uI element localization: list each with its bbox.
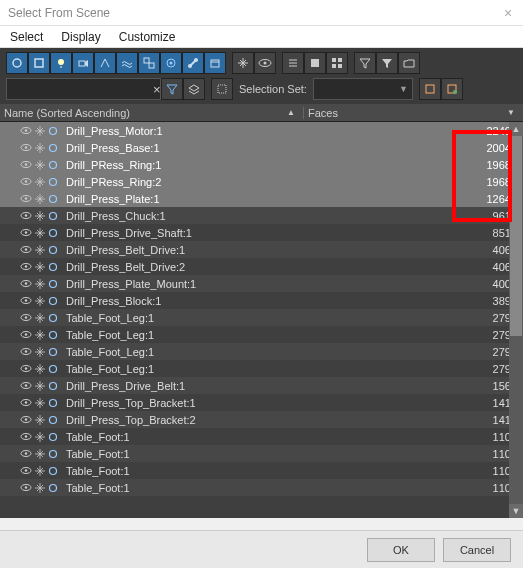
- visibility-icon[interactable]: [20, 381, 32, 390]
- table-row[interactable]: Drill_PRess_Ring:219684: [0, 173, 523, 190]
- table-row[interactable]: Drill_Press_Belt_Drive:14060: [0, 241, 523, 258]
- menu-display[interactable]: Display: [61, 30, 100, 44]
- freeze-icon[interactable]: [35, 330, 45, 340]
- tool-helpers-icon[interactable]: [94, 52, 116, 74]
- scroll-down-icon[interactable]: ▼: [509, 504, 523, 518]
- visibility-icon[interactable]: [20, 177, 32, 186]
- scrollbar-thumb[interactable]: [510, 136, 522, 336]
- freeze-icon[interactable]: [35, 262, 45, 272]
- tool-groups-icon[interactable]: [138, 52, 160, 74]
- tool-folder-icon[interactable]: [398, 52, 420, 74]
- table-row[interactable]: Drill_Press_Motor:122404: [0, 122, 523, 139]
- tool-cameras-icon[interactable]: [72, 52, 94, 74]
- menu-select[interactable]: Select: [10, 30, 43, 44]
- search-input[interactable]: [7, 83, 153, 95]
- visibility-icon[interactable]: [20, 160, 32, 169]
- table-row[interactable]: Drill_Press_Top_Bracket:11412: [0, 394, 523, 411]
- visibility-icon[interactable]: [20, 126, 32, 135]
- tool-save-set-icon[interactable]: [419, 78, 441, 100]
- visibility-icon[interactable]: [20, 143, 32, 152]
- visibility-icon[interactable]: [20, 330, 32, 339]
- table-row[interactable]: Drill_Press_Plate:112644: [0, 190, 523, 207]
- freeze-icon[interactable]: [35, 228, 45, 238]
- visibility-icon[interactable]: [20, 211, 32, 220]
- table-row[interactable]: Table_Foot:11100: [0, 445, 523, 462]
- table-row[interactable]: Drill_Press_Drive_Belt:11568: [0, 377, 523, 394]
- table-row[interactable]: Table_Foot:11100: [0, 462, 523, 479]
- freeze-icon[interactable]: [35, 466, 45, 476]
- tool-filter-icon[interactable]: [354, 52, 376, 74]
- freeze-icon[interactable]: [35, 296, 45, 306]
- table-row[interactable]: Table_Foot_Leg:12796: [0, 343, 523, 360]
- visibility-icon[interactable]: [20, 398, 32, 407]
- table-row[interactable]: Drill_PRess_Ring:119684: [0, 156, 523, 173]
- tool-hide-icon[interactable]: [254, 52, 276, 74]
- freeze-icon[interactable]: [35, 211, 45, 221]
- search-clear-icon[interactable]: ×: [153, 82, 161, 97]
- freeze-icon[interactable]: [35, 313, 45, 323]
- ok-button[interactable]: OK: [367, 538, 435, 562]
- menu-customize[interactable]: Customize: [119, 30, 176, 44]
- freeze-icon[interactable]: [35, 398, 45, 408]
- visibility-icon[interactable]: [20, 245, 32, 254]
- scroll-up-icon[interactable]: ▲: [509, 122, 523, 136]
- freeze-icon[interactable]: [35, 415, 45, 425]
- tool-lights-icon[interactable]: [50, 52, 72, 74]
- table-row[interactable]: Table_Foot_Leg:12796: [0, 309, 523, 326]
- visibility-icon[interactable]: [20, 466, 32, 475]
- freeze-icon[interactable]: [35, 381, 45, 391]
- tool-layers-icon[interactable]: [183, 78, 205, 100]
- table-row[interactable]: Drill_Press_Plate_Mount:14008: [0, 275, 523, 292]
- visibility-icon[interactable]: [20, 194, 32, 203]
- visibility-icon[interactable]: [20, 483, 32, 492]
- tool-bone-icon[interactable]: [182, 52, 204, 74]
- visibility-icon[interactable]: [20, 262, 32, 271]
- visibility-icon[interactable]: [20, 415, 32, 424]
- column-faces-header[interactable]: Faces ▼: [303, 107, 523, 119]
- table-row[interactable]: Drill_Press_Chuck:19618: [0, 207, 523, 224]
- selection-set-dropdown[interactable]: ▼: [313, 78, 413, 100]
- tool-viewfilter-icon[interactable]: [161, 78, 183, 100]
- tool-selection-icon[interactable]: [211, 78, 233, 100]
- table-row[interactable]: Table_Foot:11100: [0, 428, 523, 445]
- freeze-icon[interactable]: [35, 194, 45, 204]
- object-list[interactable]: Drill_Press_Motor:122404Drill_Press_Base…: [0, 122, 523, 518]
- freeze-icon[interactable]: [35, 483, 45, 493]
- tool-hierarchy-icon[interactable]: [304, 52, 326, 74]
- tool-list-icon[interactable]: [282, 52, 304, 74]
- column-name-header[interactable]: Name (Sorted Ascending) ▲: [0, 107, 303, 119]
- tool-geometry-icon[interactable]: [6, 52, 28, 74]
- tool-filter2-icon[interactable]: [376, 52, 398, 74]
- tool-spacewarps-icon[interactable]: [116, 52, 138, 74]
- tool-edit-set-icon[interactable]: [441, 78, 463, 100]
- freeze-icon[interactable]: [35, 364, 45, 374]
- visibility-icon[interactable]: [20, 296, 32, 305]
- tool-expand-icon[interactable]: [326, 52, 348, 74]
- search-box[interactable]: ×: [6, 78, 161, 100]
- freeze-icon[interactable]: [35, 177, 45, 187]
- visibility-icon[interactable]: [20, 347, 32, 356]
- freeze-icon[interactable]: [35, 143, 45, 153]
- table-row[interactable]: Drill_Press_Block:13892: [0, 292, 523, 309]
- freeze-icon[interactable]: [35, 245, 45, 255]
- freeze-icon[interactable]: [35, 160, 45, 170]
- freeze-icon[interactable]: [35, 279, 45, 289]
- vertical-scrollbar[interactable]: ▲ ▼: [509, 122, 523, 518]
- visibility-icon[interactable]: [20, 313, 32, 322]
- visibility-icon[interactable]: [20, 449, 32, 458]
- cancel-button[interactable]: Cancel: [443, 538, 511, 562]
- tool-xrefs-icon[interactable]: [160, 52, 182, 74]
- tool-container-icon[interactable]: [204, 52, 226, 74]
- table-row[interactable]: Table_Foot:11100: [0, 479, 523, 496]
- freeze-icon[interactable]: [35, 126, 45, 136]
- table-row[interactable]: Drill_Press_Drive_Shaft:18512: [0, 224, 523, 241]
- freeze-icon[interactable]: [35, 449, 45, 459]
- table-row[interactable]: Drill_Press_Base:120044: [0, 139, 523, 156]
- table-row[interactable]: Table_Foot_Leg:12796: [0, 326, 523, 343]
- visibility-icon[interactable]: [20, 432, 32, 441]
- table-row[interactable]: Drill_Press_Top_Bracket:21412: [0, 411, 523, 428]
- close-icon[interactable]: ×: [493, 5, 523, 21]
- visibility-icon[interactable]: [20, 228, 32, 237]
- tool-shapes-icon[interactable]: [28, 52, 50, 74]
- freeze-icon[interactable]: [35, 432, 45, 442]
